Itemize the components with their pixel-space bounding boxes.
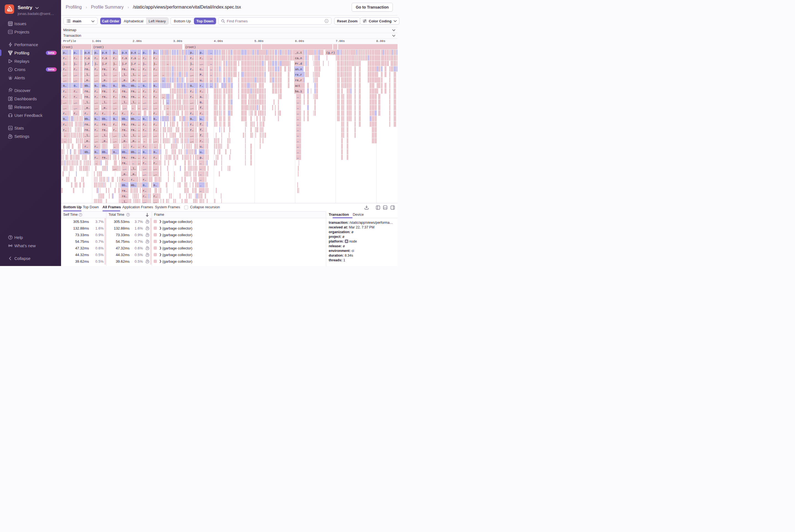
svg-text:_e…: _e… <box>121 172 127 176</box>
svg-text:p…: p… <box>200 156 203 159</box>
svg-text:0b…: 0b… <box>131 84 136 87</box>
svg-text:0…: 0… <box>113 84 117 87</box>
svg-text:r…: r… <box>63 90 67 93</box>
svg-text:_e…: _e… <box>84 106 90 109</box>
svg-text:r…: r… <box>63 122 67 126</box>
svg-text:0…: 0… <box>143 184 146 187</box>
svg-text:r…: r… <box>94 56 98 60</box>
svg-text:j…: j… <box>94 62 98 65</box>
svg-text:_…: _… <box>63 100 67 104</box>
svg-text:r…: r… <box>74 56 77 60</box>
svg-text:_…: _… <box>94 78 98 82</box>
svg-text:r…: r… <box>143 56 146 60</box>
svg-text:re…: re… <box>84 95 90 98</box>
svg-text:0…: 0… <box>154 150 157 154</box>
svg-text:…: … <box>138 106 140 109</box>
svg-text:_l…: _l… <box>131 134 136 137</box>
svg-text:…: … <box>138 117 140 120</box>
svg-text:_…: _… <box>143 167 146 170</box>
svg-text:…: … <box>200 161 201 165</box>
svg-text:_…: _… <box>153 167 157 170</box>
svg-text:0…: 0… <box>143 150 146 154</box>
svg-text:r…: r… <box>113 68 117 71</box>
svg-text:…: … <box>297 145 299 148</box>
svg-text:_…: _… <box>190 78 194 82</box>
svg-text:0…: 0… <box>154 184 157 187</box>
svg-text:p…s: p…s <box>102 51 107 54</box>
svg-text:0b…: 0b… <box>122 150 127 154</box>
svg-text:_…: _… <box>63 106 67 109</box>
svg-text:(g…r): (g…r) <box>326 51 335 54</box>
svg-text:_…: _… <box>153 172 157 176</box>
svg-text:_…: _… <box>143 172 146 176</box>
svg-text:r…: r… <box>113 112 117 115</box>
svg-text:r…: r… <box>131 145 134 148</box>
svg-text:_e…: _e… <box>131 172 136 176</box>
svg-text:re…: re… <box>102 156 107 159</box>
svg-text:r…: r… <box>74 90 77 93</box>
svg-text:_…: _… <box>113 78 117 82</box>
svg-text:r…: r… <box>122 112 126 115</box>
svg-text:j…r: j…r <box>84 62 90 65</box>
svg-text:j…r: j…r <box>131 62 136 65</box>
svg-text:…: … <box>138 112 140 115</box>
svg-text:_…: _… <box>113 134 117 137</box>
svg-text:r…: r… <box>113 122 117 126</box>
svg-text:un…n: un…n <box>295 68 302 71</box>
svg-text:…: … <box>297 122 299 126</box>
svg-text:…: … <box>138 95 140 98</box>
svg-text:_…: _… <box>153 73 157 76</box>
svg-text:r…: r… <box>143 95 146 98</box>
svg-text:0…: 0… <box>94 84 98 87</box>
svg-text:_…: _… <box>153 100 157 104</box>
svg-text:r…: r… <box>154 161 157 165</box>
svg-text:_e…: _e… <box>102 78 107 82</box>
svg-text:p…s: p…s <box>122 51 127 54</box>
svg-text:r…: r… <box>74 95 77 98</box>
svg-text:r…: r… <box>113 95 117 98</box>
svg-text:_l…: _l… <box>131 100 136 104</box>
svg-text:f…: f… <box>200 106 203 109</box>
svg-text:…: … <box>210 56 212 60</box>
svg-text:_e…: _e… <box>131 139 136 142</box>
svg-text:…: … <box>114 145 115 148</box>
svg-text:re…: re… <box>131 90 136 93</box>
svg-text:_e…: _e… <box>121 78 127 82</box>
svg-text:_e…: _e… <box>102 106 107 109</box>
svg-text:_l…: _l… <box>121 200 127 203</box>
svg-text:_l…: _l… <box>131 167 136 170</box>
svg-text:_…: _… <box>143 134 146 137</box>
svg-text:_l…: _l… <box>102 134 107 137</box>
svg-text:_c…t: _c…t <box>295 51 302 54</box>
svg-text:r…: r… <box>94 128 98 132</box>
svg-text:…: … <box>138 134 140 137</box>
svg-text:_…: _… <box>190 106 194 109</box>
svg-text:…: … <box>138 145 140 148</box>
svg-text:_…: _… <box>63 73 67 76</box>
svg-text:p…: p… <box>190 51 194 54</box>
svg-text:_…: _… <box>143 200 146 203</box>
svg-text:…: … <box>297 134 299 137</box>
svg-text:…: … <box>200 172 201 176</box>
svg-text:…: … <box>138 122 140 126</box>
svg-text:0…: 0… <box>113 150 117 154</box>
svg-text:0…: 0… <box>143 117 146 120</box>
svg-text:_…: _… <box>74 78 77 82</box>
svg-text:re…: re… <box>131 68 136 71</box>
svg-text:0…: 0… <box>154 84 157 87</box>
svg-text:re…: re… <box>102 128 107 132</box>
svg-text:p…: p… <box>113 51 117 54</box>
svg-text:re…: re… <box>131 156 136 159</box>
svg-text:j…: j… <box>143 62 146 65</box>
svg-text:_…: _… <box>190 139 194 142</box>
svg-text:r…: r… <box>113 90 117 93</box>
svg-text:r…: r… <box>63 95 67 98</box>
svg-text:u…: u… <box>200 117 203 120</box>
svg-text:_e…: _e… <box>131 78 136 82</box>
svg-text:j…r: j…r <box>122 62 127 65</box>
svg-text:…: … <box>124 145 125 148</box>
svg-text:u…: u… <box>200 145 203 148</box>
svg-text:0b…: 0b… <box>84 84 90 87</box>
svg-text:f…: f… <box>200 128 203 132</box>
svg-text:r…: r… <box>102 112 106 115</box>
